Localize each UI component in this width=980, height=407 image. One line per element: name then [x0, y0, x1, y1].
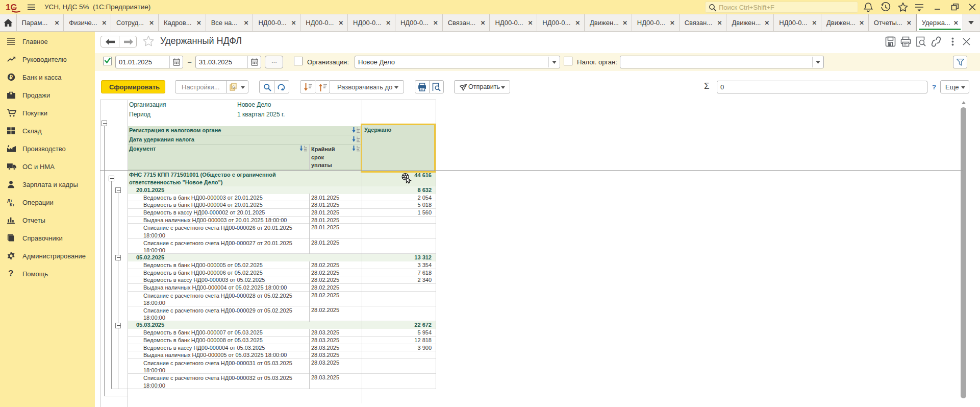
svg-text:1С: 1С	[6, 3, 17, 12]
svg-text:₽: ₽	[9, 74, 13, 80]
svg-text:Кт: Кт	[10, 202, 14, 207]
